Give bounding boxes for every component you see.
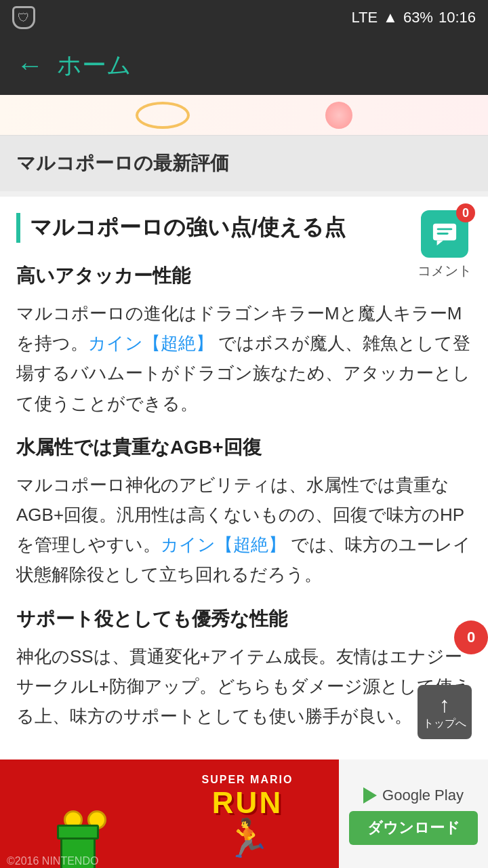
comment-label: コメント — [418, 262, 472, 280]
banner-flower — [325, 102, 352, 129]
section-2-heading: 水属性では貴重なAGB+回復 — [16, 435, 472, 460]
article-title: マルコポーロの強い点/使える点 — [30, 213, 472, 243]
ad-banner[interactable]: SUPER MARIO RUN 🏃 Google Play ダウンロード ©20… — [0, 760, 488, 868]
section-3: サポート役としても優秀な性能 神化のSSは、貫通変化+アイテム成長。友情はエナジ… — [16, 606, 472, 732]
signal-bars-icon: ▲ — [383, 9, 398, 26]
svg-rect-2 — [437, 228, 453, 230]
banner-ring — [136, 102, 190, 129]
section-header-label: マルコポーロの最新評価 — [16, 153, 229, 174]
scroll-top-arrow-icon: ↑ — [439, 694, 450, 715]
time-label: 10:16 — [439, 9, 476, 26]
ad-center-section: SUPER MARIO RUN 🏃 — [156, 774, 339, 857]
svg-rect-3 — [437, 233, 449, 235]
nintendo-copyright: ©2016 NINTENDO — [7, 855, 98, 867]
section-1-heading: 高いアタッカー性能 — [16, 263, 472, 289]
comment-icon — [432, 221, 458, 247]
section-2-body: マルコポーロ神化のアビリティは、水属性では貴重なAGB+回復。汎用性は高くないも… — [16, 470, 472, 590]
ad-right-section: Google Play ダウンロード — [339, 760, 488, 868]
mario-character-icon: 🏃 — [224, 820, 271, 857]
section-3-body: 神化のSSは、貫通変化+アイテム成長。友情はエナジーサークルL+防御アップ。どち… — [16, 642, 472, 732]
ad-left-section — [0, 760, 156, 868]
section-1: 高いアタッカー性能 マルコポーロの進化はドラゴンキラーMと魔人キラーMを持つ。カ… — [16, 263, 472, 418]
svg-marker-1 — [437, 241, 444, 246]
download-button[interactable]: ダウンロード — [349, 811, 478, 845]
google-play-label: Google Play — [382, 787, 464, 804]
shield-icon: 🛡 — [12, 6, 35, 29]
left-border-decoration — [16, 213, 20, 243]
status-bar: 🛡 LTE ▲ 63% 10:16 — [0, 0, 488, 35]
status-right: LTE ▲ 63% 10:16 — [351, 9, 476, 26]
comment-badge: 0 — [456, 203, 475, 222]
banner-image — [0, 95, 488, 136]
svg-rect-0 — [433, 224, 456, 241]
section-2-link[interactable]: カイン【超絶】 — [161, 534, 286, 555]
status-left: 🛡 — [12, 6, 35, 29]
article-title-wrap: マルコポーロの強い点/使える点 — [16, 213, 472, 243]
nav-title: ホーム — [57, 49, 131, 82]
section-3-heading: サポート役としても優秀な性能 — [16, 606, 472, 632]
comment-button[interactable]: 0 — [421, 210, 468, 258]
run-text: RUN — [212, 786, 283, 820]
back-button[interactable]: ← — [16, 52, 43, 79]
signal-label: LTE — [351, 9, 378, 26]
scroll-to-top-button[interactable]: ↑ トップへ — [418, 685, 472, 739]
main-content: 0 コメント マルコポーロの強い点/使える点 高いアタッカー性能 マルコポーロの… — [0, 197, 488, 760]
super-mario-text: SUPER MARIO — [202, 774, 293, 786]
section-2: 水属性では貴重なAGB+回復 マルコポーロ神化のアビリティは、水属性では貴重なA… — [16, 435, 472, 590]
top-nav: ← ホーム — [0, 35, 488, 95]
battery-label: 63% — [403, 9, 433, 26]
section-header: マルコポーロの最新評価 — [0, 136, 488, 191]
comment-button-wrap[interactable]: 0 コメント — [418, 210, 472, 280]
google-play-logo: Google Play — [363, 787, 464, 804]
play-triangle-icon — [363, 787, 377, 804]
scroll-top-label: トップへ — [423, 717, 466, 731]
floating-notification-badge: 0 — [454, 620, 488, 654]
section-1-link[interactable]: カイン【超絶】 — [88, 333, 214, 353]
section-1-body: マルコポーロの進化はドラゴンキラーMと魔人キラーMを持つ。カイン【超絶】 ではボ… — [16, 298, 472, 418]
